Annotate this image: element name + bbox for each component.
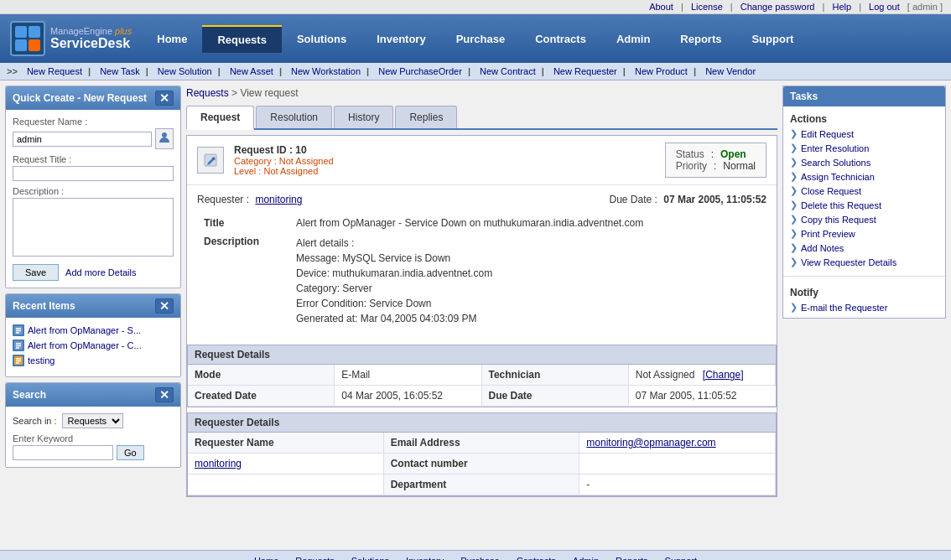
footer-requests[interactable]: Requests	[295, 556, 334, 560]
description-value: Alert details : Message: MySQL Service i…	[289, 232, 767, 329]
keyword-input[interactable]	[13, 445, 113, 460]
footer-support[interactable]: Support	[665, 556, 698, 560]
quick-create-body: Requester Name : Request Title :	[6, 110, 180, 288]
nav-contracts[interactable]: Contracts	[520, 25, 601, 53]
svg-rect-2	[29, 26, 40, 38]
tab-request[interactable]: Request	[186, 106, 254, 130]
footer-home[interactable]: Home	[254, 556, 278, 560]
technician-value: Not Assigned [Change]	[629, 365, 776, 386]
task-enter-resolution: ❯ Enter Resolution	[790, 141, 938, 155]
request-status-box: Status : Open Priority : Normal	[665, 143, 767, 178]
footer-reports[interactable]: Reports	[616, 556, 648, 560]
new-task-link[interactable]: New Task	[100, 66, 139, 76]
search-close[interactable]: ✕	[155, 387, 174, 402]
task-add-notes: ❯ Add Notes	[790, 241, 938, 255]
edit-request-link[interactable]: Edit Request	[801, 129, 854, 139]
delete-request-link[interactable]: Delete this Request	[801, 200, 881, 210]
svg-rect-3	[15, 39, 27, 51]
new-asset-link[interactable]: New Asset	[230, 66, 273, 76]
request-category: Category : Not Assigned	[234, 156, 655, 166]
new-solution-link[interactable]: New Solution	[158, 66, 212, 76]
footer-solutions[interactable]: Solutions	[351, 556, 389, 560]
description-textarea[interactable]	[13, 198, 174, 257]
recent-items-close[interactable]: ✕	[155, 298, 174, 314]
keyword-row: Go	[13, 445, 174, 460]
tab-history[interactable]: History	[334, 106, 393, 128]
logout-link[interactable]: Log out	[869, 2, 900, 12]
requester-details-section-header: Requester Details	[187, 412, 777, 433]
search-go-button[interactable]: Go	[117, 445, 144, 460]
search-in-select[interactable]: Requests Solutions Assets	[62, 413, 123, 428]
tab-replies[interactable]: Replies	[395, 106, 457, 128]
about-link[interactable]: About	[649, 2, 673, 12]
requester-link[interactable]: monitoring	[255, 194, 302, 205]
close-request-link[interactable]: Close Request	[801, 186, 861, 196]
nav-inventory[interactable]: Inventory	[361, 25, 441, 53]
assign-technician-link[interactable]: Assign Technician	[801, 172, 875, 182]
requester-name-input[interactable]	[13, 132, 152, 147]
change-technician-link[interactable]: [Change]	[703, 369, 744, 381]
admin-text: [ admin ]	[907, 2, 943, 12]
nav-reports[interactable]: Reports	[665, 25, 736, 53]
quick-create-panel: Quick Create - New Request ✕ Requester N…	[5, 86, 181, 288]
add-notes-link[interactable]: Add Notes	[801, 243, 844, 253]
due-date-detail-label: Due Date	[482, 386, 629, 407]
nav-support[interactable]: Support	[736, 25, 808, 53]
view-requester-details-link[interactable]: View Requester Details	[801, 257, 896, 267]
nav-admin[interactable]: Admin	[601, 25, 665, 53]
print-preview-link[interactable]: Print Preview	[801, 229, 855, 239]
arrow-icon-1: ❯	[790, 143, 798, 153]
logo-icon	[10, 21, 45, 56]
enter-resolution-link[interactable]: Enter Resolution	[801, 143, 869, 153]
recent-item-2[interactable]: testing	[13, 355, 174, 366]
nav-purchase[interactable]: Purchase	[441, 25, 521, 53]
new-workstation-link[interactable]: New Workstation	[291, 66, 361, 76]
request-body: Requester : monitoring Due Date : 07 Mar…	[187, 185, 777, 338]
request-level: Level : Not Assigned	[234, 166, 655, 176]
search-solutions-link[interactable]: Search Solutions	[801, 158, 870, 168]
recent-item-1[interactable]: Alert from OpManager - C...	[13, 340, 174, 351]
new-requester-link[interactable]: New Requester	[553, 66, 617, 76]
priority-value: Normal	[723, 160, 756, 172]
requester-name-link[interactable]: monitoring	[195, 458, 242, 469]
new-vendor-link[interactable]: New Vendor	[705, 66, 756, 76]
license-link[interactable]: License	[691, 2, 723, 12]
requester-input-row	[13, 128, 174, 149]
arrow-icon-7: ❯	[790, 228, 798, 239]
new-purchase-order-link[interactable]: New PurchaseOrder	[378, 66, 462, 76]
quick-create-header: Quick Create - New Request ✕	[6, 86, 180, 110]
user-lookup-button[interactable]	[155, 128, 174, 149]
recent-item-icon-2	[13, 355, 24, 366]
request-title-input[interactable]	[13, 166, 174, 181]
new-product-link[interactable]: New Product	[635, 66, 688, 76]
request-header-area: Request ID : 10 Category : Not Assigned …	[187, 136, 777, 185]
request-title-row: Request Title :	[13, 154, 174, 181]
copy-request-link[interactable]: Copy this Request	[801, 215, 876, 225]
email-requester-link[interactable]: E-mail the Requester	[801, 303, 887, 313]
edit-icon	[197, 147, 224, 174]
nav-home[interactable]: Home	[142, 25, 202, 53]
request-meta: Request ID : 10 Category : Not Assigned …	[234, 144, 655, 176]
save-button[interactable]: Save	[13, 264, 59, 281]
footer-contracts[interactable]: Contracts	[517, 556, 556, 560]
footer-purchase[interactable]: Purchase	[460, 556, 499, 560]
add-more-details-link[interactable]: Add more Details	[65, 267, 136, 277]
breadcrumb-current: View request	[240, 87, 298, 99]
breadcrumb-requests-link[interactable]: Requests	[186, 87, 229, 99]
help-link[interactable]: Help	[832, 2, 851, 12]
quick-create-close[interactable]: ✕	[155, 91, 174, 106]
tab-resolution[interactable]: Resolution	[256, 106, 332, 128]
svg-rect-4	[29, 39, 40, 51]
new-request-link[interactable]: New Request	[27, 66, 82, 76]
requester-name-row: Requester Name :	[13, 117, 174, 149]
new-contract-link[interactable]: New Contract	[480, 66, 536, 76]
requester-email-link[interactable]: monitoring@opmanager.com	[586, 437, 715, 449]
status-row: Status : Open	[676, 148, 756, 160]
footer-admin[interactable]: Admin	[573, 556, 599, 560]
nav-requests[interactable]: Requests	[202, 25, 282, 53]
nav-solutions[interactable]: Solutions	[282, 25, 361, 53]
change-password-link[interactable]: Change password	[741, 2, 815, 12]
footer-inventory[interactable]: Inventory	[406, 556, 444, 560]
recent-item-0[interactable]: Alert from OpManager - S...	[13, 324, 174, 336]
recent-item-icon-0	[13, 324, 24, 336]
